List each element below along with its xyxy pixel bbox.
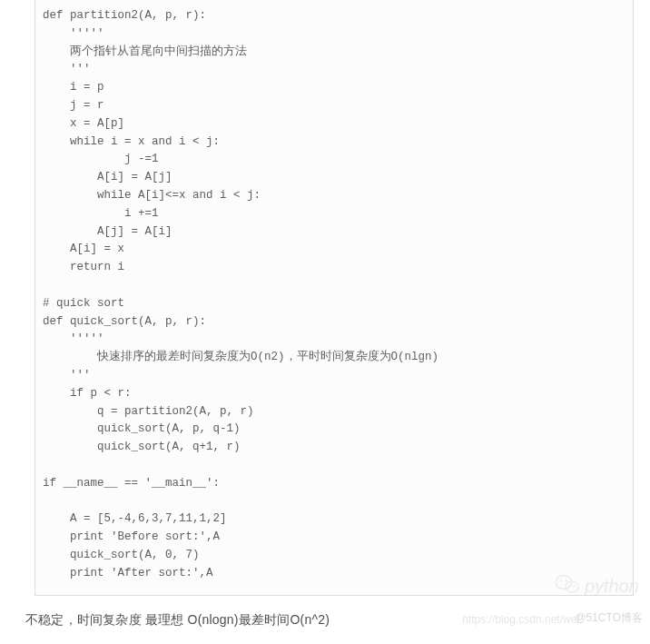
watermark-csdn: https://blog.csdn.net/wei — [462, 613, 579, 626]
watermark-51cto: @51CTO博客 — [575, 610, 643, 626]
caption-text: 不稳定，时间复杂度 最理想 O(nlogn)最差时间O(n^2) — [25, 612, 330, 629]
code-content: def partition2(A, p, r): ''''' 两个指针从首尾向中… — [43, 9, 438, 580]
code-block: def partition2(A, p, r): ''''' 两个指针从首尾向中… — [34, 0, 634, 596]
